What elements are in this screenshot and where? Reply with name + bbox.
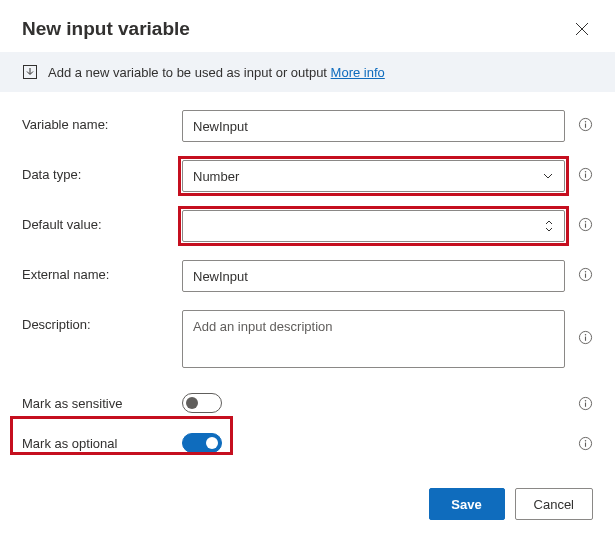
info-icon: [578, 267, 593, 282]
info-icon: [578, 396, 593, 411]
more-info-link[interactable]: More info: [331, 65, 385, 80]
svg-rect-3: [585, 124, 586, 128]
dialog-title: New input variable: [22, 18, 190, 40]
data-type-select[interactable]: Number: [182, 160, 565, 192]
dialog-header: New input variable: [0, 0, 615, 52]
row-mark-sensitive: Mark as sensitive: [22, 389, 593, 413]
info-description[interactable]: [565, 310, 593, 345]
label-data-type: Data type:: [22, 160, 182, 182]
svg-point-20: [585, 440, 587, 442]
label-mark-sensitive: Mark as sensitive: [22, 389, 182, 411]
info-external-name[interactable]: [565, 260, 593, 282]
svg-point-8: [585, 221, 587, 223]
info-data-type[interactable]: [565, 160, 593, 182]
svg-point-14: [585, 334, 587, 336]
label-mark-optional: Mark as optional: [22, 429, 182, 451]
row-data-type: Data type: Number: [22, 160, 593, 192]
row-mark-optional: Mark as optional: [22, 429, 593, 453]
svg-rect-6: [585, 174, 586, 178]
chevron-up-icon: [544, 219, 554, 226]
label-default-value: Default value:: [22, 210, 182, 232]
cancel-button[interactable]: Cancel: [515, 488, 593, 520]
svg-point-2: [585, 121, 587, 123]
info-banner: Add a new variable to be used as input o…: [0, 52, 615, 92]
info-icon: [578, 167, 593, 182]
svg-rect-18: [585, 403, 586, 407]
dialog-footer: Save Cancel: [0, 474, 615, 538]
default-value-input[interactable]: [182, 210, 565, 242]
label-description: Description:: [22, 310, 182, 332]
info-icon: [578, 330, 593, 345]
chevron-down-icon: [542, 170, 554, 182]
svg-rect-15: [585, 337, 586, 341]
svg-point-5: [585, 171, 587, 173]
chevron-down-icon: [544, 226, 554, 233]
row-variable-name: Variable name:: [22, 110, 593, 142]
info-default-value[interactable]: [565, 210, 593, 232]
info-mark-optional[interactable]: [565, 429, 593, 451]
row-description: Description:: [22, 310, 593, 371]
label-external-name: External name:: [22, 260, 182, 282]
variable-name-input[interactable]: [182, 110, 565, 142]
row-external-name: External name:: [22, 260, 593, 292]
number-spinner[interactable]: [544, 219, 554, 233]
banner-text: Add a new variable to be used as input o…: [48, 65, 385, 80]
svg-point-11: [585, 271, 587, 273]
svg-rect-21: [585, 443, 586, 447]
label-variable-name: Variable name:: [22, 110, 182, 132]
description-input[interactable]: [182, 310, 565, 368]
save-button[interactable]: Save: [429, 488, 505, 520]
banner-message: Add a new variable to be used as input o…: [48, 65, 327, 80]
svg-rect-12: [585, 274, 586, 278]
row-default-value: Default value:: [22, 210, 593, 242]
external-name-input[interactable]: [182, 260, 565, 292]
info-icon: [578, 217, 593, 232]
close-icon: [575, 22, 589, 36]
info-variable-name[interactable]: [565, 110, 593, 132]
info-icon: [578, 117, 593, 132]
mark-sensitive-toggle[interactable]: [182, 393, 222, 413]
data-type-value: Number: [193, 169, 239, 184]
download-icon: [22, 64, 38, 80]
close-button[interactable]: [571, 18, 593, 40]
mark-optional-toggle[interactable]: [182, 433, 222, 453]
info-icon: [578, 436, 593, 451]
form-body: Variable name: Data type: Number Default…: [0, 92, 615, 475]
svg-point-17: [585, 400, 587, 402]
info-mark-sensitive[interactable]: [565, 389, 593, 411]
svg-rect-9: [585, 224, 586, 228]
